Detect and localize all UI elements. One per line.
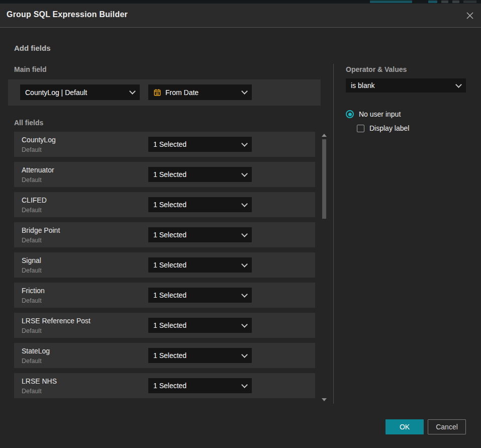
field-selection-value: 1 Selected bbox=[153, 382, 242, 390]
field-selection-value: 1 Selected bbox=[153, 321, 242, 329]
field-name: Attenuator bbox=[22, 166, 54, 174]
field-name: CLIFED bbox=[22, 196, 47, 204]
ok-button[interactable]: OK bbox=[386, 419, 424, 434]
field-row-friction: Friction Default 1 Selected bbox=[14, 283, 315, 308]
obscured-toolbar-icon bbox=[463, 1, 476, 3]
chevron-down-icon bbox=[241, 351, 248, 358]
obscured-toolbar-icon bbox=[452, 1, 459, 3]
checkbox-unchecked-icon bbox=[357, 125, 364, 132]
panel-divider bbox=[333, 64, 334, 404]
field-name: Signal bbox=[22, 256, 41, 264]
scrollbar-up-icon[interactable] bbox=[322, 134, 327, 137]
field-row-attenuator: Attenuator Default 1 Selected bbox=[14, 162, 315, 187]
display-label-text: Display label bbox=[369, 124, 409, 132]
add-fields-heading: Add fields bbox=[14, 44, 51, 52]
operator-dropdown[interactable]: is blank bbox=[346, 78, 466, 93]
operator-dropdown-value: is blank bbox=[351, 81, 456, 89]
scrollbar-thumb[interactable] bbox=[322, 139, 326, 219]
field-name: StateLog bbox=[22, 347, 50, 355]
chevron-down-icon bbox=[129, 88, 136, 95]
field-subtitle: Default bbox=[22, 207, 42, 214]
chevron-down-icon bbox=[241, 321, 248, 328]
chevron-down-icon bbox=[241, 140, 248, 147]
field-selection-value: 1 Selected bbox=[153, 351, 242, 360]
main-field-dropdown-value: From Date bbox=[165, 88, 238, 97]
main-layer-dropdown-value: CountyLog | Default bbox=[25, 88, 130, 97]
main-field-label: Main field bbox=[14, 65, 47, 73]
field-selection-value: 1 Selected bbox=[153, 261, 242, 269]
obscured-live-view-button bbox=[370, 1, 412, 3]
chevron-down-icon bbox=[241, 88, 248, 95]
main-field-panel: CountyLog | Default From Date bbox=[8, 79, 321, 106]
main-field-dropdown[interactable]: From Date bbox=[148, 84, 252, 100]
field-subtitle: Default bbox=[22, 237, 42, 244]
field-row-countylog: CountyLog Default 1 Selected bbox=[14, 132, 315, 157]
field-selection-dropdown[interactable]: 1 Selected bbox=[148, 318, 252, 333]
field-selection-value: 1 Selected bbox=[153, 140, 242, 148]
no-user-input-label: No user input bbox=[359, 110, 401, 118]
field-selection-value: 1 Selected bbox=[153, 231, 242, 239]
field-name: CountyLog bbox=[22, 136, 56, 144]
field-name: LRSE Reference Post bbox=[22, 317, 90, 325]
field-selection-dropdown[interactable]: 1 Selected bbox=[148, 348, 252, 363]
field-selection-value: 1 Selected bbox=[153, 170, 242, 178]
obscured-toolbar-icon bbox=[441, 1, 448, 3]
field-row-clifed: CLIFED Default 1 Selected bbox=[14, 192, 315, 217]
calendar-icon bbox=[153, 88, 161, 97]
chevron-down-icon bbox=[241, 291, 248, 298]
chevron-down-icon bbox=[241, 201, 248, 207]
field-selection-dropdown[interactable]: 1 Selected bbox=[148, 197, 252, 212]
field-row-bridge-point: Bridge Point Default 1 Selected bbox=[14, 222, 315, 247]
field-subtitle: Default bbox=[22, 327, 42, 334]
field-name: LRSE NHS bbox=[22, 377, 57, 385]
obscured-background-toolbar bbox=[0, 0, 481, 4]
chevron-down-icon bbox=[241, 231, 248, 237]
chevron-down-icon bbox=[241, 170, 248, 177]
field-subtitle: Default bbox=[22, 357, 42, 365]
field-selection-dropdown[interactable]: 1 Selected bbox=[148, 257, 252, 273]
field-selection-dropdown[interactable]: 1 Selected bbox=[148, 167, 252, 182]
field-subtitle: Default bbox=[22, 388, 42, 395]
field-selection-dropdown[interactable]: 1 Selected bbox=[148, 137, 252, 152]
dialog-title: Group SQL Expression Builder bbox=[7, 10, 128, 19]
field-selection-value: 1 Selected bbox=[153, 291, 242, 299]
field-name: Bridge Point bbox=[22, 226, 60, 234]
chevron-down-icon bbox=[455, 81, 462, 88]
field-subtitle: Default bbox=[22, 297, 42, 304]
no-user-input-radio[interactable]: No user input bbox=[346, 110, 401, 118]
field-name: Friction bbox=[22, 287, 45, 295]
field-subtitle: Default bbox=[22, 176, 42, 184]
all-fields-label: All fields bbox=[14, 119, 43, 127]
scrollbar-down-icon[interactable] bbox=[322, 398, 327, 401]
field-selection-dropdown[interactable]: 1 Selected bbox=[148, 378, 252, 393]
cancel-button[interactable]: Cancel bbox=[428, 419, 466, 434]
field-row-lrse-reference-post: LRSE Reference Post Default 1 Selected bbox=[14, 313, 315, 338]
radio-selected-icon bbox=[346, 110, 354, 118]
field-subtitle: Default bbox=[22, 267, 42, 274]
obscured-toolbar-icon bbox=[428, 1, 437, 3]
field-selection-value: 1 Selected bbox=[153, 201, 242, 209]
close-icon[interactable] bbox=[465, 11, 474, 20]
field-row-lrse-nhs: LRSE NHS Default 1 Selected bbox=[14, 373, 315, 398]
field-subtitle: Default bbox=[22, 146, 42, 153]
operator-values-label: Operator & Values bbox=[346, 65, 407, 73]
chevron-down-icon bbox=[241, 382, 248, 388]
field-selection-dropdown[interactable]: 1 Selected bbox=[148, 227, 252, 242]
main-layer-dropdown[interactable]: CountyLog | Default bbox=[20, 84, 140, 100]
display-label-checkbox[interactable]: Display label bbox=[357, 124, 409, 132]
chevron-down-icon bbox=[241, 261, 248, 267]
field-selection-dropdown[interactable]: 1 Selected bbox=[148, 288, 252, 303]
dialog-header: Group SQL Expression Builder bbox=[0, 4, 481, 28]
field-row-statelog: StateLog Default 1 Selected bbox=[14, 343, 315, 368]
field-row-signal: Signal Default 1 Selected bbox=[14, 252, 315, 278]
